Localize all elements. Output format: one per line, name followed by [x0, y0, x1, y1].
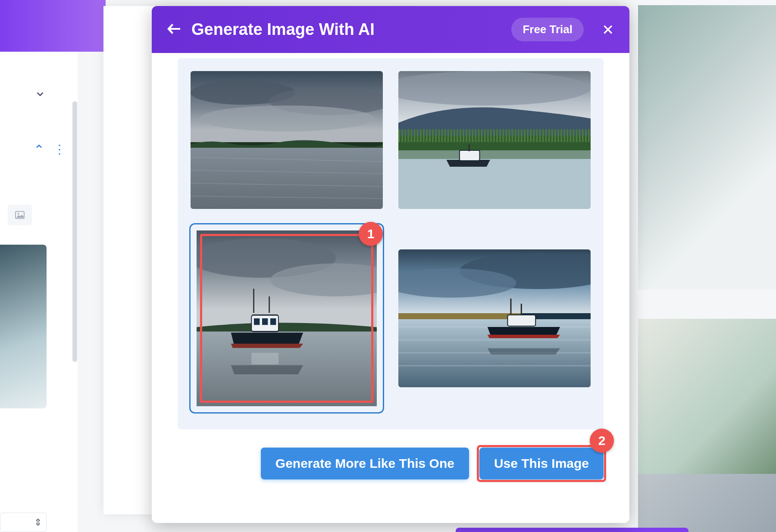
svg-rect-15: [460, 150, 480, 161]
boat-reflection-thumbnail: [197, 230, 377, 406]
sidebar-scrollbar[interactable]: [72, 101, 77, 362]
svg-point-1: [18, 213, 19, 215]
svg-rect-8: [191, 148, 383, 209]
bottom-accent-bar: [456, 528, 688, 532]
chevron-down-icon[interactable]: ⌄: [34, 82, 47, 100]
sort-icon: ⇕: [34, 517, 42, 528]
annotation-badge-2: 2: [590, 429, 614, 453]
lake-clouds-thumbnail: [191, 71, 383, 209]
generated-image-option[interactable]: [398, 71, 591, 209]
use-this-image-button[interactable]: Use This Image: [479, 448, 604, 479]
annotation-badge-1: 1: [359, 222, 383, 246]
background-image-right-bottom: [638, 474, 776, 532]
generated-image-option[interactable]: [398, 249, 591, 387]
image-placeholder-icon[interactable]: [8, 205, 32, 225]
svg-rect-16: [468, 144, 470, 151]
svg-rect-24: [254, 318, 260, 325]
grid-cell: [398, 71, 591, 209]
use-image-wrapper: Use This Image 2: [479, 448, 604, 479]
svg-rect-35: [521, 304, 522, 314]
svg-rect-36: [507, 315, 535, 326]
generated-image-option[interactable]: [191, 71, 383, 209]
svg-rect-13: [398, 150, 591, 209]
back-arrow-icon[interactable]: [167, 23, 181, 37]
svg-rect-27: [251, 353, 278, 364]
svg-rect-25: [262, 318, 268, 325]
sidebar-thumbnail: [0, 245, 47, 408]
close-icon[interactable]: ✕: [602, 21, 614, 38]
svg-rect-14: [398, 150, 591, 159]
image-grid: 1: [191, 71, 591, 412]
background-image-right: [638, 5, 776, 289]
svg-rect-32: [398, 313, 521, 320]
app-topbar-fragment: [0, 0, 106, 52]
generated-image-option-selected[interactable]: [191, 224, 383, 412]
svg-point-5: [199, 106, 374, 131]
modal-title: Generate Image With AI: [191, 20, 501, 39]
generate-more-button[interactable]: Generate More Like This One: [261, 448, 469, 479]
background-image-right-lower: [638, 319, 776, 491]
svg-rect-22: [269, 296, 270, 313]
boat-motion-thumbnail: [398, 249, 591, 387]
ai-generate-modal: Generate Image With AI Free Trial ✕: [152, 6, 629, 523]
more-options-icon[interactable]: ⋮: [53, 142, 66, 156]
svg-rect-26: [270, 318, 276, 325]
grid-cell: [398, 224, 591, 412]
action-button-row: Generate More Like This One Use This Ima…: [178, 448, 604, 479]
boat-trees-thumbnail: [398, 71, 591, 209]
image-icon: [15, 211, 25, 219]
gallery-panel: 1: [178, 58, 604, 429]
grid-cell: [191, 71, 383, 209]
svg-rect-34: [510, 299, 511, 314]
sidebar-sort-control[interactable]: ⇕: [0, 513, 47, 532]
modal-header: Generate Image With AI Free Trial ✕: [152, 6, 629, 53]
svg-rect-21: [253, 289, 254, 313]
grid-cell: 1: [191, 224, 383, 412]
modal-body: 1: [152, 53, 629, 523]
free-trial-badge[interactable]: Free Trial: [511, 18, 584, 41]
chevron-up-icon[interactable]: ⌃: [34, 142, 44, 157]
